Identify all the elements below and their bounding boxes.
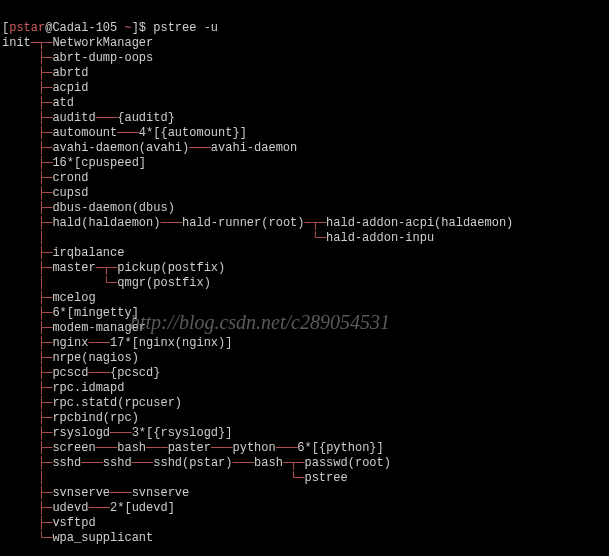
tree-line: ├─avahi-daemon(avahi)───avahi-daemon	[2, 141, 607, 156]
tree-line: ├─udevd───2*[udevd]	[2, 501, 607, 516]
tree-line: ├─nginx───17*[nginx(nginx)]	[2, 336, 607, 351]
tree-line: ├─rpc.idmapd	[2, 381, 607, 396]
tree-line: ├─dbus-daemon(dbus)	[2, 201, 607, 216]
tree-line: ├─sshd───sshd───sshd(pstar)───bash─┬─pas…	[2, 456, 607, 471]
tree-line: ├─acpid	[2, 81, 607, 96]
tree-line: ├─16*[cpuspeed]	[2, 156, 607, 171]
tree-line: ├─auditd───{auditd}	[2, 111, 607, 126]
tree-line: ├─rsyslogd───3*[{rsyslogd}]	[2, 426, 607, 441]
tree-line: ├─atd	[2, 96, 607, 111]
tree-line: ├─pcscd───{pcscd}	[2, 366, 607, 381]
tree-line: ├─nrpe(nagios)	[2, 351, 607, 366]
prompt-command: pstree -u	[153, 21, 218, 35]
tree-line: ├─rpcbind(rpc)	[2, 411, 607, 426]
tree-line: ├─hald(haldaemon)───hald-runner(root)─┬─…	[2, 216, 607, 231]
tree-line: └─wpa_supplicant	[2, 531, 607, 546]
tree-line: ├─abrt-dump-oops	[2, 51, 607, 66]
prompt[interactable]: [pstar@Cadal-105 ~]$ pstree -u	[2, 21, 218, 35]
tree-line: ├─svnserve───svnserve	[2, 486, 607, 501]
prompt-user: pstar	[9, 21, 45, 35]
tree-line: init─┬─NetworkManager	[2, 36, 607, 51]
tree-line: ├─automount───4*[{automount}]	[2, 126, 607, 141]
prompt-host: Cadal-105	[52, 21, 117, 35]
prompt-path: ~	[124, 21, 131, 35]
tree-line: │ └─pstree	[2, 471, 607, 486]
tree-line: ├─cupsd	[2, 186, 607, 201]
tree-line: ├─rpc.statd(rpcuser)	[2, 396, 607, 411]
terminal: [pstar@Cadal-105 ~]$ pstree -u init─┬─Ne…	[0, 0, 609, 556]
tree-line: ├─6*[mingetty]	[2, 306, 607, 321]
tree-line: ├─screen───bash───paster───python───6*[{…	[2, 441, 607, 456]
tree-line: ├─master─┬─pickup(postfix)	[2, 261, 607, 276]
tree-line: ├─modem-manager	[2, 321, 607, 336]
tree-line: ├─vsftpd	[2, 516, 607, 531]
tree-line: ├─abrtd	[2, 66, 607, 81]
pstree-output: init─┬─NetworkManager ├─abrt-dump-oops ├…	[2, 36, 607, 546]
prompt-symbol: $	[139, 21, 146, 35]
tree-line: ├─crond	[2, 171, 607, 186]
tree-line: │ └─qmgr(postfix)	[2, 276, 607, 291]
tree-line: │ └─hald-addon-inpu	[2, 231, 607, 246]
tree-line: ├─irqbalance	[2, 246, 607, 261]
tree-line: ├─mcelog	[2, 291, 607, 306]
